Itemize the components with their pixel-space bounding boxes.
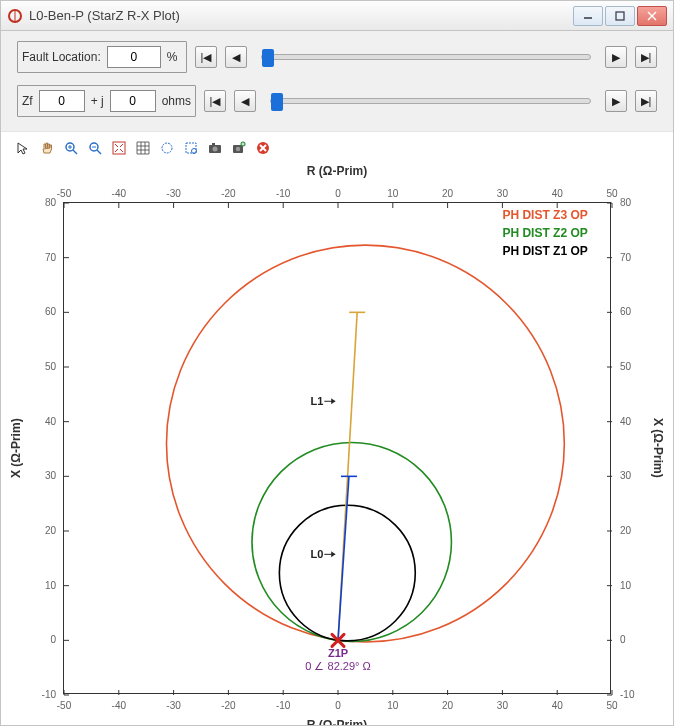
svg-rect-19 (212, 143, 215, 145)
svg-text:-10: -10 (42, 689, 57, 700)
x-axis-title-top: R (Ω-Prim) (9, 164, 665, 178)
zf-plus-j-label: + j (91, 94, 104, 108)
camera-plus-icon[interactable] (229, 138, 249, 158)
svg-text:L0: L0 (311, 548, 324, 560)
x-axis-title-bottom: R (Ω-Prim) (9, 718, 665, 726)
svg-line-117 (338, 476, 349, 640)
plot-region[interactable]: -50-50-40-40-30-30-20-20-10-100010102020… (63, 202, 611, 694)
svg-line-7 (73, 150, 77, 154)
svg-text:0: 0 (335, 700, 341, 711)
svg-text:-30: -30 (166, 188, 181, 199)
svg-point-18 (213, 147, 218, 152)
svg-text:-20: -20 (221, 188, 236, 199)
maximize-button[interactable] (605, 6, 635, 26)
zf-slider-thumb[interactable] (271, 93, 283, 111)
svg-text:70: 70 (620, 252, 632, 263)
svg-text:L1: L1 (311, 395, 324, 407)
svg-point-14 (162, 143, 172, 153)
svg-rect-3 (616, 12, 624, 20)
zf-next-button[interactable]: ▶ (605, 90, 627, 112)
y-axis-title-left: X (Ω-Prim) (9, 162, 23, 726)
hand-icon[interactable] (37, 138, 57, 158)
zf-slider[interactable] (270, 98, 591, 104)
svg-text:-30: -30 (166, 700, 181, 711)
grid-icon[interactable] (133, 138, 153, 158)
circle-select-icon[interactable] (157, 138, 177, 158)
svg-text:80: 80 (45, 197, 57, 208)
y-axis-title-right: X (Ω-Prim) (651, 162, 665, 726)
svg-point-21 (236, 147, 240, 151)
svg-text:-10: -10 (620, 689, 635, 700)
svg-text:30: 30 (45, 470, 57, 481)
close-button[interactable] (637, 6, 667, 26)
zoom-out-icon[interactable] (85, 138, 105, 158)
svg-text:20: 20 (442, 188, 454, 199)
svg-text:-10: -10 (276, 188, 291, 199)
fault-prev-button[interactable]: ◀ (225, 46, 247, 68)
zf-real-input[interactable] (39, 90, 85, 112)
svg-point-113 (252, 442, 451, 641)
svg-text:-20: -20 (221, 700, 236, 711)
fault-next-button[interactable]: ▶ (605, 46, 627, 68)
svg-text:40: 40 (620, 416, 632, 427)
fault-seek-last-button[interactable]: ▶| (635, 46, 657, 68)
svg-text:PH DIST Z2 OP: PH DIST Z2 OP (502, 226, 587, 240)
zoom-box-icon[interactable] (181, 138, 201, 158)
svg-text:-50: -50 (57, 700, 72, 711)
svg-rect-15 (186, 143, 196, 153)
zf-seek-last-button[interactable]: ▶| (635, 90, 657, 112)
svg-text:70: 70 (45, 252, 57, 263)
plot-toolbar (1, 132, 673, 162)
svg-rect-13 (113, 142, 125, 154)
delete-icon[interactable] (253, 138, 273, 158)
svg-text:30: 30 (620, 470, 632, 481)
svg-text:30: 30 (497, 700, 509, 711)
svg-text:60: 60 (620, 306, 632, 317)
zf-imag-input[interactable] (110, 90, 156, 112)
svg-text:20: 20 (442, 700, 454, 711)
svg-text:50: 50 (620, 361, 632, 372)
zf-prev-button[interactable]: ◀ (234, 90, 256, 112)
svg-text:50: 50 (45, 361, 57, 372)
svg-text:-40: -40 (112, 188, 127, 199)
svg-line-11 (97, 150, 101, 154)
chart-area: R (Ω-Prim) R (Ω-Prim) X (Ω-Prim) X (Ω-Pr… (1, 162, 673, 726)
fault-location-unit: % (167, 50, 178, 64)
svg-text:20: 20 (620, 525, 632, 536)
svg-text:10: 10 (45, 580, 57, 591)
svg-text:40: 40 (45, 416, 57, 427)
svg-text:40: 40 (552, 700, 564, 711)
svg-text:-40: -40 (112, 700, 127, 711)
svg-text:50: 50 (606, 188, 618, 199)
svg-text:0: 0 (335, 188, 341, 199)
svg-text:0: 0 (50, 634, 56, 645)
svg-text:10: 10 (387, 188, 399, 199)
svg-text:80: 80 (620, 197, 632, 208)
fault-location-input[interactable] (107, 46, 161, 68)
fault-location-slider[interactable] (261, 54, 591, 60)
camera-icon[interactable] (205, 138, 225, 158)
zf-label: Zf (22, 94, 33, 108)
fault-slider-thumb[interactable] (262, 49, 274, 67)
zoom-extents-icon[interactable] (109, 138, 129, 158)
controls-panel: Fault Location: % |◀ ◀ ▶ ▶| Zf + j ohms … (1, 31, 673, 132)
fault-seek-first-button[interactable]: |◀ (195, 46, 217, 68)
app-icon (7, 8, 23, 24)
zoom-in-icon[interactable] (61, 138, 81, 158)
svg-text:30: 30 (497, 188, 509, 199)
zf-seek-first-button[interactable]: |◀ (204, 90, 226, 112)
pointer-icon[interactable] (13, 138, 33, 158)
svg-text:PH DIST Z1 OP: PH DIST Z1 OP (502, 244, 587, 258)
svg-point-114 (279, 505, 415, 641)
svg-text:0 ∠ 82.29° Ω: 0 ∠ 82.29° Ω (305, 660, 370, 672)
svg-text:PH DIST Z3 OP: PH DIST Z3 OP (502, 208, 587, 222)
svg-text:Z1P: Z1P (328, 647, 348, 659)
fault-location-label: Fault Location: (22, 50, 101, 64)
minimize-button[interactable] (573, 6, 603, 26)
title-bar: L0-Ben-P (StarZ R-X Plot) (1, 1, 673, 31)
window-title: L0-Ben-P (StarZ R-X Plot) (29, 8, 573, 23)
svg-text:10: 10 (620, 580, 632, 591)
svg-text:40: 40 (552, 188, 564, 199)
zf-unit: ohms (162, 94, 191, 108)
svg-text:20: 20 (45, 525, 57, 536)
